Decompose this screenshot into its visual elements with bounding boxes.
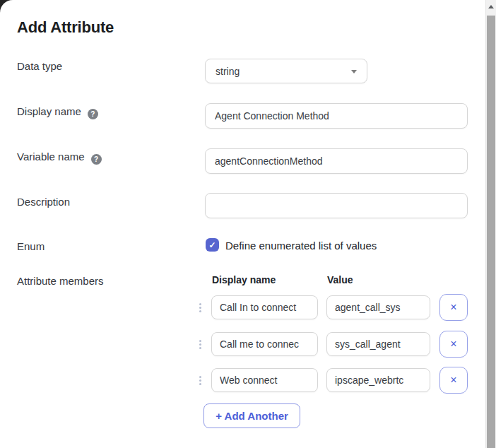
member-display-name-input[interactable] [211,368,318,392]
scroll-up-button[interactable] [486,0,496,13]
modal-panel: Add Attribute Data type string Display n… [0,0,485,448]
member-value-input[interactable] [326,295,430,319]
checkmark-icon: ✓ [208,240,215,250]
member-display-name-input[interactable] [211,332,318,356]
data-type-selected-value: string [215,66,240,77]
data-type-select[interactable]: string [205,59,367,83]
enum-checkbox-label: Define enumerated list of values [225,240,377,252]
help-icon[interactable]: ? [88,109,98,119]
scrollbar-track[interactable] [485,0,496,448]
variable-name-label: Variable name? [17,151,102,165]
members-column-header-value: Value [327,274,353,285]
drag-handle-icon[interactable] [199,303,201,305]
members-column-header-display-name: Display name [212,274,276,285]
add-attribute-modal: Add Attribute Data type string Display n… [0,0,496,448]
member-value-input[interactable] [326,368,430,392]
remove-member-button[interactable]: × [439,331,468,358]
variable-name-input[interactable] [205,148,468,174]
remove-member-button[interactable]: × [439,367,468,394]
member-row: × [198,331,485,358]
drag-handle-icon[interactable] [199,340,201,342]
attribute-members-label: Attribute members [17,275,104,287]
member-display-name-input[interactable] [211,295,318,319]
display-name-input[interactable] [205,103,468,129]
enum-label: Enum [17,240,45,252]
close-icon: × [450,338,456,350]
display-name-label: Display name? [17,105,98,119]
member-value-input[interactable] [326,332,430,356]
member-row: × [198,367,485,394]
close-icon: × [450,301,456,314]
remove-member-button[interactable]: × [439,294,468,321]
enum-checkbox[interactable]: ✓ [206,238,219,252]
description-input[interactable] [205,193,468,218]
close-icon: × [450,374,456,387]
data-type-label: Data type [17,60,62,72]
chevron-down-icon [351,70,357,73]
help-icon[interactable]: ? [91,154,102,165]
add-another-button[interactable]: + Add Another [203,403,300,428]
arrow-up-icon [488,5,494,8]
drag-handle-icon[interactable] [199,376,201,378]
description-label: Description [17,196,70,208]
page-title: Add Attribute [17,18,114,37]
scrollbar-thumb[interactable] [487,16,495,448]
member-row: × [198,294,485,321]
